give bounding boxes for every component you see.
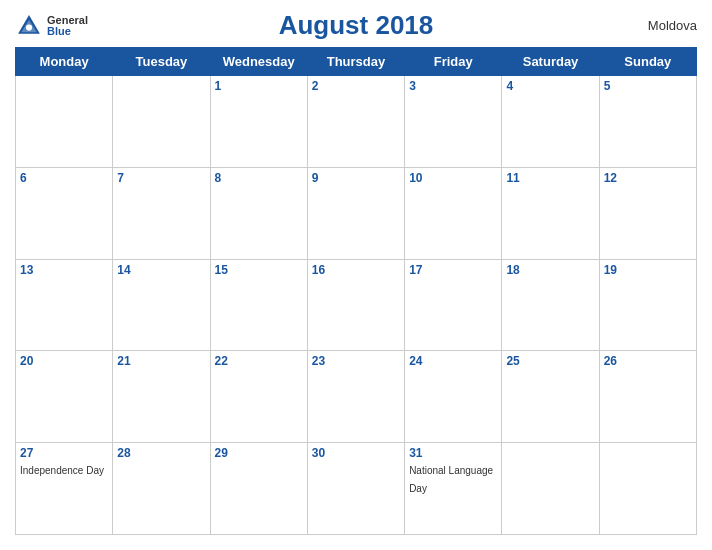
calendar-day-cell: 10 xyxy=(405,167,502,259)
day-number: 23 xyxy=(312,354,400,368)
weekday-thursday: Thursday xyxy=(307,48,404,76)
day-event: National Language Day xyxy=(409,465,493,494)
day-number: 20 xyxy=(20,354,108,368)
day-number: 13 xyxy=(20,263,108,277)
calendar-day-cell: 2 xyxy=(307,76,404,168)
calendar-day-cell: 6 xyxy=(16,167,113,259)
calendar-day-cell: 31National Language Day xyxy=(405,443,502,535)
day-number: 17 xyxy=(409,263,497,277)
calendar-day-cell: 22 xyxy=(210,351,307,443)
logo-general: General xyxy=(47,15,88,26)
calendar-day-cell: 23 xyxy=(307,351,404,443)
calendar-day-cell: 15 xyxy=(210,259,307,351)
day-event: Independence Day xyxy=(20,465,104,476)
day-number: 1 xyxy=(215,79,303,93)
calendar-day-cell: 18 xyxy=(502,259,599,351)
day-number: 15 xyxy=(215,263,303,277)
calendar-day-cell: 19 xyxy=(599,259,696,351)
weekday-header-row: Monday Tuesday Wednesday Thursday Friday… xyxy=(16,48,697,76)
weekday-monday: Monday xyxy=(16,48,113,76)
weekday-sunday: Sunday xyxy=(599,48,696,76)
day-number: 6 xyxy=(20,171,108,185)
calendar-week-row: 6789101112 xyxy=(16,167,697,259)
day-number: 2 xyxy=(312,79,400,93)
weekday-saturday: Saturday xyxy=(502,48,599,76)
day-number: 19 xyxy=(604,263,692,277)
calendar-day-cell: 9 xyxy=(307,167,404,259)
calendar-day-cell: 14 xyxy=(113,259,210,351)
calendar-day-cell: 5 xyxy=(599,76,696,168)
day-number: 25 xyxy=(506,354,594,368)
calendar-day-cell: 25 xyxy=(502,351,599,443)
calendar-day-cell: 29 xyxy=(210,443,307,535)
weekday-friday: Friday xyxy=(405,48,502,76)
day-number: 30 xyxy=(312,446,400,460)
day-number: 7 xyxy=(117,171,205,185)
calendar-day-cell: 3 xyxy=(405,76,502,168)
day-number: 11 xyxy=(506,171,594,185)
calendar-day-cell: 12 xyxy=(599,167,696,259)
calendar-week-row: 13141516171819 xyxy=(16,259,697,351)
logo-blue: Blue xyxy=(47,26,88,37)
calendar-table: Monday Tuesday Wednesday Thursday Friday… xyxy=(15,47,697,535)
calendar-day-cell: 27Independence Day xyxy=(16,443,113,535)
day-number: 24 xyxy=(409,354,497,368)
calendar-day-cell: 30 xyxy=(307,443,404,535)
calendar-week-row: 27Independence Day28293031National Langu… xyxy=(16,443,697,535)
day-number: 12 xyxy=(604,171,692,185)
generalblue-logo-icon xyxy=(15,12,43,40)
calendar-day-cell: 7 xyxy=(113,167,210,259)
calendar-day-cell: 26 xyxy=(599,351,696,443)
calendar-day-cell: 21 xyxy=(113,351,210,443)
calendar-day-cell: 17 xyxy=(405,259,502,351)
svg-point-2 xyxy=(26,24,32,30)
day-number: 9 xyxy=(312,171,400,185)
day-number: 22 xyxy=(215,354,303,368)
month-title: August 2018 xyxy=(279,10,434,41)
logo-text: General Blue xyxy=(47,15,88,37)
calendar-day-cell xyxy=(113,76,210,168)
day-number: 27 xyxy=(20,446,108,460)
day-number: 5 xyxy=(604,79,692,93)
calendar-week-row: 20212223242526 xyxy=(16,351,697,443)
day-number: 28 xyxy=(117,446,205,460)
calendar-day-cell: 24 xyxy=(405,351,502,443)
calendar-day-cell: 1 xyxy=(210,76,307,168)
weekday-tuesday: Tuesday xyxy=(113,48,210,76)
calendar-day-cell xyxy=(16,76,113,168)
calendar-day-cell xyxy=(599,443,696,535)
logo-area: General Blue xyxy=(15,12,88,40)
calendar-week-row: 12345 xyxy=(16,76,697,168)
calendar-day-cell: 20 xyxy=(16,351,113,443)
calendar-day-cell: 13 xyxy=(16,259,113,351)
weekday-wednesday: Wednesday xyxy=(210,48,307,76)
calendar-day-cell: 4 xyxy=(502,76,599,168)
calendar-day-cell: 28 xyxy=(113,443,210,535)
day-number: 8 xyxy=(215,171,303,185)
calendar-header: General Blue August 2018 Moldova xyxy=(15,10,697,41)
day-number: 10 xyxy=(409,171,497,185)
calendar-wrapper: General Blue August 2018 Moldova Monday … xyxy=(0,0,712,550)
day-number: 18 xyxy=(506,263,594,277)
day-number: 29 xyxy=(215,446,303,460)
calendar-day-cell: 8 xyxy=(210,167,307,259)
day-number: 4 xyxy=(506,79,594,93)
day-number: 14 xyxy=(117,263,205,277)
day-number: 26 xyxy=(604,354,692,368)
calendar-day-cell: 16 xyxy=(307,259,404,351)
day-number: 16 xyxy=(312,263,400,277)
country-label: Moldova xyxy=(648,18,697,33)
day-number: 3 xyxy=(409,79,497,93)
calendar-day-cell: 11 xyxy=(502,167,599,259)
day-number: 31 xyxy=(409,446,497,460)
calendar-day-cell xyxy=(502,443,599,535)
day-number: 21 xyxy=(117,354,205,368)
